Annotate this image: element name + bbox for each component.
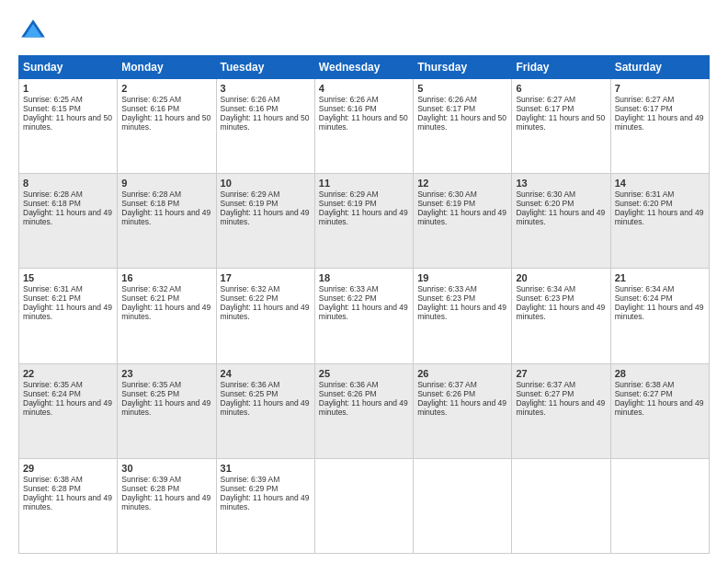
sunset-label: Sunset: 6:16 PM [221, 104, 279, 113]
daylight-label: Daylight: 11 hours and 50 minutes. [23, 113, 112, 132]
sunrise-label: Sunrise: 6:34 AM [615, 284, 675, 293]
sunrise-label: Sunrise: 6:31 AM [23, 284, 83, 293]
calendar-cell: 28Sunrise: 6:38 AMSunset: 6:27 PMDayligh… [610, 363, 709, 458]
daylight-label: Daylight: 11 hours and 49 minutes. [516, 398, 605, 417]
calendar-table: SundayMondayTuesdayWednesdayThursdayFrid… [18, 55, 710, 554]
sunrise-label: Sunrise: 6:29 AM [221, 190, 280, 199]
sunrise-label: Sunrise: 6:25 AM [121, 95, 181, 104]
day-number: 5 [417, 83, 507, 94]
calendar-cell: 8Sunrise: 6:28 AMSunset: 6:18 PMDaylight… [19, 174, 118, 269]
sunrise-label: Sunrise: 6:38 AM [615, 380, 675, 389]
sunset-label: Sunset: 6:17 PM [417, 104, 475, 113]
day-number: 9 [121, 178, 211, 189]
daylight-label: Daylight: 11 hours and 49 minutes. [417, 303, 506, 321]
daylight-label: Daylight: 11 hours and 49 minutes. [615, 113, 704, 132]
sunset-label: Sunset: 6:28 PM [121, 484, 179, 493]
sunrise-label: Sunrise: 6:25 AM [23, 95, 83, 104]
sunrise-label: Sunrise: 6:26 AM [417, 95, 477, 104]
daylight-label: Daylight: 11 hours and 50 minutes. [121, 113, 210, 132]
sunrise-label: Sunrise: 6:39 AM [121, 475, 181, 484]
day-number: 20 [516, 272, 606, 283]
daylight-label: Daylight: 11 hours and 49 minutes. [23, 303, 112, 321]
sunrise-label: Sunrise: 6:37 AM [516, 380, 575, 389]
sunset-label: Sunset: 6:22 PM [221, 293, 279, 303]
sunrise-label: Sunrise: 6:35 AM [121, 380, 181, 389]
sunset-label: Sunset: 6:24 PM [615, 293, 673, 303]
daylight-label: Daylight: 11 hours and 49 minutes. [516, 303, 605, 321]
daylight-label: Daylight: 11 hours and 49 minutes. [121, 303, 210, 321]
sunrise-label: Sunrise: 6:27 AM [615, 95, 675, 104]
calendar-cell: 7Sunrise: 6:27 AMSunset: 6:17 PMDaylight… [610, 79, 709, 174]
week-row-4: 22Sunrise: 6:35 AMSunset: 6:24 PMDayligh… [19, 363, 710, 458]
sunset-label: Sunset: 6:21 PM [121, 293, 179, 303]
sunrise-label: Sunrise: 6:37 AM [417, 380, 477, 389]
sunrise-label: Sunrise: 6:31 AM [615, 190, 675, 199]
weekday-monday: Monday [118, 56, 216, 79]
day-number: 4 [319, 83, 409, 94]
calendar-cell: 27Sunrise: 6:37 AMSunset: 6:27 PMDayligh… [512, 363, 610, 458]
sunrise-label: Sunrise: 6:33 AM [319, 284, 379, 293]
daylight-label: Daylight: 11 hours and 50 minutes. [417, 113, 506, 132]
sunrise-label: Sunrise: 6:39 AM [221, 475, 280, 484]
day-number: 11 [319, 178, 409, 189]
calendar-cell: 10Sunrise: 6:29 AMSunset: 6:19 PMDayligh… [216, 174, 314, 269]
sunrise-label: Sunrise: 6:26 AM [221, 95, 280, 104]
daylight-label: Daylight: 11 hours and 49 minutes. [221, 208, 310, 226]
sunset-label: Sunset: 6:18 PM [121, 199, 179, 208]
week-row-2: 8Sunrise: 6:28 AMSunset: 6:18 PMDaylight… [19, 174, 710, 269]
day-number: 21 [615, 272, 705, 283]
sunset-label: Sunset: 6:16 PM [319, 104, 377, 113]
daylight-label: Daylight: 11 hours and 49 minutes. [319, 398, 408, 417]
calendar-cell: 2Sunrise: 6:25 AMSunset: 6:16 PMDaylight… [118, 79, 216, 174]
calendar-cell [314, 458, 413, 553]
page: SundayMondayTuesdayWednesdayThursdayFrid… [0, 0, 728, 563]
calendar-cell: 18Sunrise: 6:33 AMSunset: 6:22 PMDayligh… [314, 269, 413, 363]
logo [18, 17, 53, 46]
day-number: 14 [615, 178, 705, 189]
week-row-1: 1Sunrise: 6:25 AMSunset: 6:15 PMDaylight… [19, 79, 710, 174]
day-number: 22 [23, 368, 113, 379]
daylight-label: Daylight: 11 hours and 49 minutes. [121, 398, 210, 417]
weekday-header-row: SundayMondayTuesdayWednesdayThursdayFrid… [19, 56, 710, 79]
calendar-cell: 23Sunrise: 6:35 AMSunset: 6:25 PMDayligh… [118, 363, 216, 458]
day-number: 10 [221, 178, 311, 189]
calendar-cell: 5Sunrise: 6:26 AMSunset: 6:17 PMDaylight… [414, 79, 512, 174]
sunrise-label: Sunrise: 6:34 AM [516, 284, 575, 293]
daylight-label: Daylight: 11 hours and 49 minutes. [615, 303, 704, 321]
sunset-label: Sunset: 6:17 PM [516, 104, 574, 113]
day-number: 24 [221, 368, 311, 379]
calendar-cell: 22Sunrise: 6:35 AMSunset: 6:24 PMDayligh… [19, 363, 118, 458]
weekday-tuesday: Tuesday [216, 56, 314, 79]
sunset-label: Sunset: 6:24 PM [23, 389, 81, 398]
daylight-label: Daylight: 11 hours and 50 minutes. [221, 113, 310, 132]
day-number: 17 [221, 272, 311, 283]
daylight-label: Daylight: 11 hours and 49 minutes. [615, 398, 704, 417]
daylight-label: Daylight: 11 hours and 49 minutes. [221, 493, 310, 511]
weekday-thursday: Thursday [414, 56, 512, 79]
daylight-label: Daylight: 11 hours and 50 minutes. [516, 113, 605, 132]
day-number: 15 [23, 272, 113, 283]
calendar-cell: 11Sunrise: 6:29 AMSunset: 6:19 PMDayligh… [314, 174, 413, 269]
calendar-cell: 17Sunrise: 6:32 AMSunset: 6:22 PMDayligh… [216, 269, 314, 363]
weekday-sunday: Sunday [19, 56, 118, 79]
sunrise-label: Sunrise: 6:38 AM [23, 475, 83, 484]
daylight-label: Daylight: 11 hours and 50 minutes. [319, 113, 408, 132]
day-number: 31 [221, 463, 311, 474]
daylight-label: Daylight: 11 hours and 49 minutes. [319, 303, 408, 321]
sunset-label: Sunset: 6:23 PM [516, 293, 574, 303]
daylight-label: Daylight: 11 hours and 49 minutes. [23, 493, 112, 511]
header [18, 17, 710, 46]
day-number: 27 [516, 368, 606, 379]
sunrise-label: Sunrise: 6:30 AM [516, 190, 575, 199]
sunset-label: Sunset: 6:17 PM [615, 104, 673, 113]
weekday-saturday: Saturday [610, 56, 709, 79]
day-number: 7 [615, 83, 705, 94]
day-number: 23 [121, 368, 211, 379]
sunrise-label: Sunrise: 6:28 AM [23, 190, 83, 199]
sunset-label: Sunset: 6:19 PM [417, 199, 475, 208]
daylight-label: Daylight: 11 hours and 49 minutes. [121, 493, 210, 511]
day-number: 3 [221, 83, 311, 94]
calendar-cell: 15Sunrise: 6:31 AMSunset: 6:21 PMDayligh… [19, 269, 118, 363]
daylight-label: Daylight: 11 hours and 49 minutes. [516, 208, 605, 226]
calendar-cell: 20Sunrise: 6:34 AMSunset: 6:23 PMDayligh… [512, 269, 610, 363]
